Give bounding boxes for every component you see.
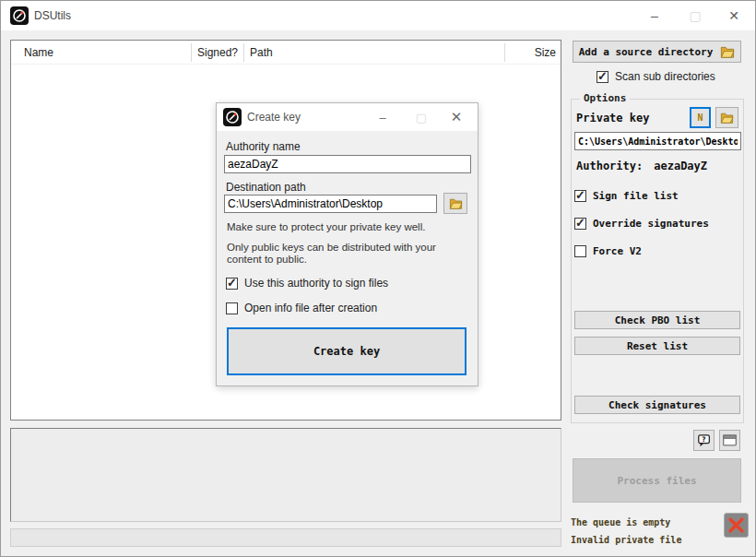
minimize-icon[interactable]: –: [639, 1, 670, 30]
window-view-button[interactable]: [719, 430, 740, 451]
dialog-minimize-icon[interactable]: –: [369, 103, 396, 131]
add-source-directory-label: Add a source directory: [579, 46, 714, 58]
dialog-close-icon[interactable]: ✕: [443, 103, 470, 131]
public-key-note: Only public keys can be distributed with…: [227, 242, 472, 266]
folder-icon: [720, 112, 734, 124]
checkbox-box[interactable]: [574, 190, 586, 202]
check-pbo-list-button[interactable]: Check PBO list: [574, 311, 740, 329]
dialog-title: Create key: [247, 111, 301, 124]
dialog-title-bar[interactable]: Create key – ▢ ✕: [217, 103, 478, 131]
remove-key-button[interactable]: [724, 513, 749, 538]
scan-sub-directories-label: Scan sub directories: [615, 70, 715, 83]
window-title: DSUtils: [34, 9, 71, 22]
column-divider[interactable]: [191, 43, 192, 62]
private-key-label: Private key: [576, 112, 649, 124]
dialog-maximize-icon: ▢: [408, 103, 435, 131]
use-authority-label: Use this authority to sign files: [244, 277, 388, 290]
checkbox-box[interactable]: [226, 302, 238, 314]
file-list-header: Name Signed? Path Size: [11, 41, 561, 65]
status-private-file: Invalid private file: [571, 535, 681, 545]
force-v2-checkbox[interactable]: Force V2: [574, 245, 642, 257]
open-info-checkbox[interactable]: Open info file after creation: [226, 302, 377, 314]
authority-value: aezaDayZ: [654, 160, 707, 172]
browse-destination-button[interactable]: [443, 193, 467, 214]
check-signatures-button[interactable]: Check signatures: [574, 396, 740, 414]
column-header-size[interactable]: Size: [504, 41, 556, 65]
column-divider[interactable]: [243, 43, 244, 62]
column-header-path[interactable]: Path: [250, 41, 273, 65]
scan-sub-directories-checkbox[interactable]: Scan sub directories: [597, 70, 715, 83]
new-key-button[interactable]: N: [690, 107, 711, 128]
dsutils-window: DSUtils – ▢ ✕ Name Signed? Path Size Add…: [0, 0, 756, 557]
force-v2-label: Force V2: [593, 245, 642, 257]
destination-path-input[interactable]: [224, 195, 437, 213]
private-key-path-input[interactable]: [574, 132, 741, 150]
use-authority-checkbox[interactable]: Use this authority to sign files: [226, 277, 388, 290]
folder-icon: [720, 45, 735, 58]
process-files-button[interactable]: Process files: [573, 458, 741, 503]
reset-list-button[interactable]: Reset list: [574, 337, 740, 355]
red-x-icon: [726, 516, 746, 535]
authority-label: Authority:: [576, 160, 643, 172]
maximize-icon[interactable]: ▢: [679, 1, 711, 30]
override-signatures-checkbox[interactable]: Override signatures: [574, 218, 709, 230]
column-header-name[interactable]: Name: [24, 41, 53, 65]
window-icon: [723, 434, 737, 446]
column-header-signed[interactable]: Signed?: [197, 41, 238, 65]
app-icon: [10, 6, 29, 25]
progress-bar: [10, 528, 561, 547]
checkbox-box[interactable]: [574, 218, 586, 230]
svg-text:?: ?: [702, 435, 705, 444]
status-queue: The queue is empty: [571, 517, 670, 527]
checkbox-box[interactable]: [226, 278, 238, 290]
app-icon: [223, 108, 242, 126]
create-key-button[interactable]: Create key: [227, 327, 467, 375]
create-key-dialog: Create key – ▢ ✕ Authority name Destinat…: [216, 102, 478, 386]
folder-icon: [449, 197, 463, 209]
sign-file-list-checkbox[interactable]: Sign file list: [574, 190, 679, 202]
authority-name-input[interactable]: [224, 155, 471, 173]
browse-private-key-button[interactable]: [715, 107, 738, 128]
destination-path-label: Destination path: [226, 181, 306, 194]
help-icon: ?: [697, 433, 712, 448]
authority-name-label: Authority name: [226, 140, 301, 153]
sign-file-list-label: Sign file list: [593, 190, 679, 202]
help-button[interactable]: ?: [693, 430, 715, 451]
private-key-note: Make sure to protect your private key we…: [227, 221, 472, 233]
add-source-directory-button[interactable]: Add a source directory: [573, 41, 741, 63]
authority-row: Authority:aezaDayZ: [576, 160, 707, 172]
open-info-label: Open info file after creation: [244, 302, 377, 314]
log-output: [10, 428, 561, 522]
title-bar[interactable]: DSUtils – ▢ ✕: [1, 1, 755, 30]
checkbox-box[interactable]: [597, 71, 608, 83]
options-group-title: Options: [580, 92, 630, 104]
checkbox-box[interactable]: [574, 245, 586, 257]
override-signatures-label: Override signatures: [593, 218, 709, 230]
close-icon[interactable]: ✕: [718, 1, 750, 30]
